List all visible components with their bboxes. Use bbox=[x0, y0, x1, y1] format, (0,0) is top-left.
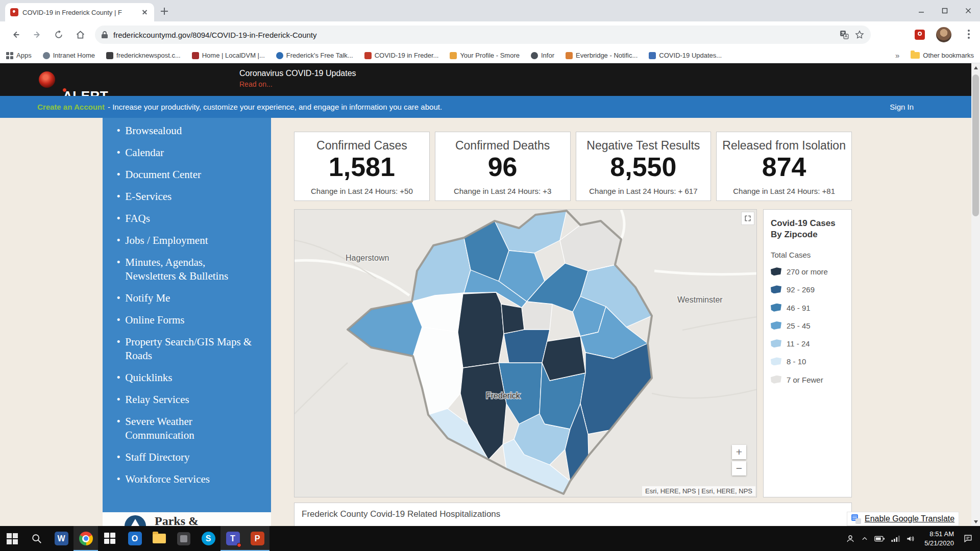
bookmark-item[interactable]: Everbridge - Notific... bbox=[566, 52, 638, 59]
sidebar-item-online-forms[interactable]: •Online Forms bbox=[117, 309, 258, 331]
window-maximize-button[interactable] bbox=[933, 0, 957, 21]
sidebar-item-staff-directory[interactable]: •Staff Directory bbox=[117, 446, 258, 468]
sidebar-item-document-center[interactable]: •Document Center bbox=[117, 164, 258, 186]
sidebar-item-jobs[interactable]: •Jobs / Employment bbox=[117, 230, 258, 252]
taskbar-search-button[interactable] bbox=[24, 526, 49, 551]
legend-item: 11 - 24 bbox=[771, 339, 844, 349]
bullet-icon: • bbox=[117, 335, 120, 363]
back-button[interactable] bbox=[7, 26, 24, 43]
taskbar-word-button[interactable]: W bbox=[49, 526, 74, 551]
taskbar-outlook-button[interactable]: O bbox=[122, 526, 147, 551]
scroll-up-arrow[interactable] bbox=[971, 63, 980, 72]
google-translate-bar[interactable]: Enable Google Translate bbox=[847, 512, 959, 526]
map-zoom-in-button[interactable]: + bbox=[732, 445, 746, 459]
stat-value: 8,550 bbox=[610, 153, 676, 181]
bookmark-favicon bbox=[364, 52, 372, 59]
browser-menu-icon[interactable] bbox=[968, 30, 970, 39]
start-button[interactable] bbox=[0, 526, 24, 551]
covid-map[interactable]: Hagerstown Westminster Frederick + − Esr… bbox=[294, 209, 757, 497]
zipcode-region[interactable] bbox=[542, 336, 585, 381]
taskbar-chrome-button[interactable] bbox=[74, 526, 98, 551]
sidebar-item-faqs[interactable]: •FAQs bbox=[117, 208, 258, 230]
zipcode-region[interactable] bbox=[522, 302, 552, 330]
page-scrollbar[interactable] bbox=[971, 63, 980, 526]
legend-item: 25 - 45 bbox=[771, 321, 844, 331]
tray-expand-icon[interactable] bbox=[861, 535, 868, 542]
zipcode-region[interactable] bbox=[504, 330, 550, 363]
bookmarks-overflow-icon[interactable]: » bbox=[895, 51, 899, 60]
new-tab-button[interactable] bbox=[159, 6, 169, 16]
stat-value: 96 bbox=[488, 153, 518, 181]
address-bar[interactable]: frederickcountymd.gov/8094/COVID-19-in-F… bbox=[95, 26, 871, 44]
sidebar-item-e-services[interactable]: •E-Services bbox=[117, 186, 258, 208]
translate-page-icon[interactable] bbox=[839, 30, 849, 40]
window-close-button[interactable] bbox=[957, 0, 980, 21]
reload-button[interactable] bbox=[50, 26, 67, 43]
create-account-link[interactable]: Create an Account bbox=[37, 103, 105, 111]
legend-item: 8 - 10 bbox=[771, 357, 844, 367]
action-center-icon[interactable] bbox=[963, 534, 973, 543]
clock-time: 8:51 AM bbox=[924, 530, 954, 539]
bookmark-item[interactable]: Your Profile - Smore bbox=[450, 52, 520, 59]
bookmark-item[interactable]: COVID-19 Updates... bbox=[649, 52, 722, 59]
home-button[interactable] bbox=[71, 26, 89, 43]
city-label-frederick: Frederick bbox=[486, 391, 521, 400]
other-bookmarks-button[interactable]: Other bookmarks bbox=[911, 52, 974, 59]
bookmark-item[interactable]: Home | LocalDVM |... bbox=[192, 52, 265, 59]
bookmarks-bar: Apps Intranet Home fredericknewspost.c..… bbox=[0, 48, 980, 63]
zipcode-region[interactable] bbox=[458, 292, 504, 368]
sidebar-item-browsealoud[interactable]: •Browsealoud bbox=[117, 120, 258, 142]
bookmark-favicon bbox=[649, 52, 656, 59]
tab-close-icon[interactable] bbox=[141, 8, 149, 16]
forward-button[interactable] bbox=[29, 26, 46, 43]
battery-icon[interactable] bbox=[874, 535, 885, 542]
bookmark-item[interactable]: Infor bbox=[531, 52, 554, 59]
sidebar-item-relay-services[interactable]: •Relay Services bbox=[117, 389, 258, 411]
sign-in-button[interactable]: Sign In bbox=[890, 103, 914, 111]
url-text[interactable]: frederickcountymd.gov/8094/COVID-19-in-F… bbox=[113, 31, 834, 39]
window-minimize-button[interactable] bbox=[910, 0, 933, 21]
legend-title: Covid-19 Cases By Zipcode bbox=[771, 218, 844, 240]
zipcode-region[interactable] bbox=[501, 304, 524, 334]
stat-card-confirmed-deaths: Confirmed Deaths 96 Change in Last 24 Ho… bbox=[435, 132, 571, 201]
bullet-icon: • bbox=[117, 472, 120, 486]
bookmark-item[interactable]: Intranet Home bbox=[43, 52, 95, 59]
bullet-icon: • bbox=[117, 212, 120, 226]
profile-avatar[interactable] bbox=[936, 27, 951, 42]
sidebar-item-property-search[interactable]: •Property Search/GIS Maps & Roads bbox=[117, 331, 258, 367]
sidebar-item-calendar[interactable]: •Calendar bbox=[117, 142, 258, 164]
sidebar-item-minutes-agendas[interactable]: •Minutes, Agendas, Newsletters & Bulleti… bbox=[117, 252, 258, 287]
apps-shortcut[interactable]: Apps bbox=[6, 52, 32, 59]
enable-translate-link[interactable]: Enable Google Translate bbox=[865, 514, 954, 523]
alert-read-on-link[interactable]: Read on... bbox=[239, 80, 273, 88]
taskbar-app-grid-button[interactable] bbox=[98, 526, 122, 551]
volume-icon[interactable] bbox=[906, 535, 915, 543]
browser-tab[interactable]: COVID-19 in Frederick County | F bbox=[5, 3, 154, 21]
people-tray-icon[interactable] bbox=[846, 534, 855, 543]
map-expand-button[interactable] bbox=[741, 212, 754, 225]
map-zoom-out-button[interactable]: − bbox=[732, 461, 746, 475]
bookmark-item[interactable]: fredericknewspost.c... bbox=[106, 52, 181, 59]
parks-section[interactable]: Parks & bbox=[103, 512, 271, 526]
taskbar-pinned-app-button[interactable] bbox=[172, 526, 196, 551]
network-icon[interactable] bbox=[891, 535, 900, 542]
sidebar-item-severe-weather[interactable]: •Severe Weather Communication bbox=[117, 411, 258, 446]
alert-banner: ALERT Coronavirus COVID-19 Updates Read … bbox=[0, 63, 980, 96]
scrollbar-thumb[interactable] bbox=[972, 74, 979, 216]
taskbar-skype-button[interactable]: S bbox=[196, 526, 220, 551]
sidebar-nav: •Browsealoud •Calendar •Document Center … bbox=[103, 118, 271, 512]
bookmark-item[interactable]: COVID-19 in Freder... bbox=[364, 52, 439, 59]
choropleth-map[interactable]: Hagerstown Westminster Frederick bbox=[295, 210, 757, 497]
bookmark-item[interactable]: Frederick's Free Talk... bbox=[276, 52, 353, 59]
scroll-down-arrow[interactable] bbox=[971, 517, 980, 526]
taskbar-clock[interactable]: 8:51 AM 5/21/2020 bbox=[924, 530, 954, 547]
taskbar-file-explorer-button[interactable] bbox=[147, 526, 172, 551]
sidebar-item-notify-me[interactable]: •Notify Me bbox=[117, 287, 258, 309]
legend-swatch bbox=[771, 357, 781, 365]
taskbar-powerpoint-button[interactable]: P bbox=[245, 526, 270, 551]
bookmark-star-icon[interactable] bbox=[854, 30, 865, 40]
sidebar-item-workforce-services[interactable]: •Workforce Services bbox=[117, 468, 258, 490]
taskbar-teams-button[interactable]: T bbox=[220, 526, 245, 551]
pdf-extension-icon[interactable] bbox=[915, 30, 925, 40]
sidebar-item-quicklinks[interactable]: •Quicklinks bbox=[117, 367, 258, 389]
